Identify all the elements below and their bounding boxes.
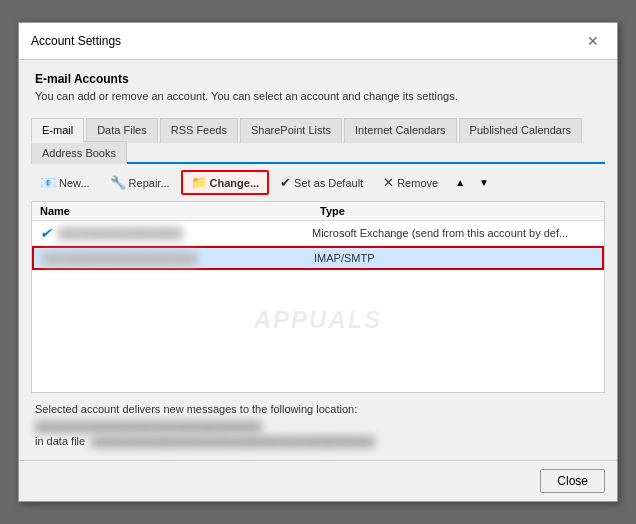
- col-name-header: Name: [40, 205, 320, 217]
- watermark: APPUALS: [32, 270, 604, 370]
- section-title: E-mail Accounts: [35, 72, 601, 86]
- tab-email[interactable]: E-mail: [31, 118, 84, 143]
- location-blurred: ████████████████████████████████: [35, 421, 262, 432]
- tabs-container: E-mail Data Files RSS Feeds SharePoint L…: [19, 118, 617, 164]
- new-icon: 📧: [40, 175, 56, 190]
- change-button[interactable]: 📁 Change...: [181, 170, 270, 195]
- col-type-header: Type: [320, 205, 596, 217]
- row1-type: Microsoft Exchange (send from this accou…: [312, 227, 596, 239]
- table-row[interactable]: ████████████████████ IMAP/SMTP: [32, 246, 604, 270]
- tab-internet-calendars[interactable]: Internet Calendars: [344, 118, 457, 143]
- repair-button[interactable]: 🔧 Repair...: [101, 171, 179, 194]
- change-icon: 📁: [191, 175, 207, 190]
- section-description: You can add or remove an account. You ca…: [35, 90, 601, 102]
- remove-label: Remove: [397, 177, 438, 189]
- tab-sharepoint[interactable]: SharePoint Lists: [240, 118, 342, 143]
- new-label: New...: [59, 177, 90, 189]
- remove-icon: ✕: [383, 175, 394, 190]
- down-arrow-icon: ▼: [479, 177, 489, 188]
- tabs-bar: E-mail Data Files RSS Feeds SharePoint L…: [31, 118, 605, 164]
- delivery-location-row: ████████████████████████████████: [35, 421, 601, 432]
- default-check-icon: ✔: [40, 225, 52, 241]
- set-default-label: Set as Default: [294, 177, 363, 189]
- footer: Close: [19, 460, 617, 501]
- tab-rss-feeds[interactable]: RSS Feeds: [160, 118, 238, 143]
- table-row[interactable]: ✔ ████████████████ Microsoft Exchange (s…: [32, 221, 604, 246]
- set-default-button[interactable]: ✔ Set as Default: [271, 171, 372, 194]
- tab-published-calendars[interactable]: Published Calendars: [459, 118, 583, 143]
- dialog-title: Account Settings: [31, 34, 121, 48]
- toolbar: 📧 New... 🔧 Repair... 📁 Change... ✔ Set a…: [19, 164, 617, 201]
- accounts-list: Name Type ✔ ████████████████ Microsoft E…: [31, 201, 605, 393]
- set-default-icon: ✔: [280, 175, 291, 190]
- repair-label: Repair...: [129, 177, 170, 189]
- row2-name: ████████████████████: [42, 252, 314, 264]
- new-button[interactable]: 📧 New...: [31, 171, 99, 194]
- in-data-file-label: in data file: [35, 435, 85, 447]
- account-settings-dialog: Account Settings ✕ E-mail Accounts You c…: [18, 22, 618, 502]
- dialog-header: E-mail Accounts You can add or remove an…: [19, 60, 617, 110]
- close-window-button[interactable]: ✕: [581, 31, 605, 51]
- remove-button[interactable]: ✕ Remove: [374, 171, 447, 194]
- delivery-label: Selected account delivers new messages t…: [35, 403, 601, 415]
- data-file-blurred: ████████████████████████████████████████: [91, 436, 374, 447]
- up-arrow-icon: ▲: [455, 177, 465, 188]
- tab-address-books[interactable]: Address Books: [31, 141, 127, 164]
- repair-icon: 🔧: [110, 175, 126, 190]
- list-header: Name Type: [32, 202, 604, 221]
- move-down-button[interactable]: ▼: [473, 173, 495, 192]
- move-up-button[interactable]: ▲: [449, 173, 471, 192]
- row2-type: IMAP/SMTP: [314, 252, 594, 264]
- tab-data-files[interactable]: Data Files: [86, 118, 158, 143]
- row1-name: ✔ ████████████████: [40, 225, 312, 241]
- change-label: Change...: [210, 177, 260, 189]
- title-bar: Account Settings ✕: [19, 23, 617, 60]
- delivery-info: Selected account delivers new messages t…: [19, 393, 617, 456]
- close-button[interactable]: Close: [540, 469, 605, 493]
- data-file-row: in data file ███████████████████████████…: [35, 435, 601, 447]
